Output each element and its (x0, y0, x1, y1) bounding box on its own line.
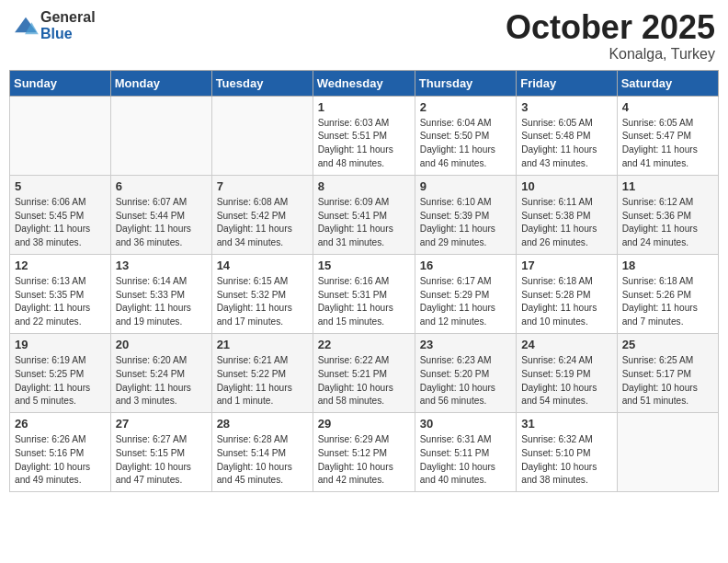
day-number: 25 (622, 338, 713, 351)
day-number: 5 (15, 179, 106, 193)
day-info: Sunrise: 6:18 AM Sunset: 5:28 PM Dayligh… (521, 275, 611, 329)
calendar-week-row: 5Sunrise: 6:06 AM Sunset: 5:45 PM Daylig… (10, 175, 719, 254)
day-number: 12 (15, 259, 106, 272)
day-number: 4 (622, 100, 713, 114)
day-number: 23 (420, 338, 511, 351)
weekday-header-thursday: Thursday (415, 70, 516, 96)
calendar-day-9: 9Sunrise: 6:10 AM Sunset: 5:39 PM Daylig… (415, 175, 516, 254)
day-info: Sunrise: 6:08 AM Sunset: 5:42 PM Dayligh… (217, 196, 308, 250)
day-number: 9 (420, 179, 511, 193)
day-info: Sunrise: 6:15 AM Sunset: 5:32 PM Dayligh… (217, 275, 308, 329)
day-info: Sunrise: 6:13 AM Sunset: 5:35 PM Dayligh… (15, 275, 106, 329)
day-info: Sunrise: 6:28 AM Sunset: 5:14 PM Dayligh… (217, 433, 308, 488)
calendar-day-29: 29Sunrise: 6:29 AM Sunset: 5:12 PM Dayli… (313, 413, 415, 492)
day-number: 8 (318, 179, 410, 193)
calendar-day-7: 7Sunrise: 6:08 AM Sunset: 5:42 PM Daylig… (211, 175, 313, 254)
day-info: Sunrise: 6:05 AM Sunset: 5:48 PM Dayligh… (521, 117, 611, 171)
calendar-day-31: 31Sunrise: 6:32 AM Sunset: 5:10 PM Dayli… (517, 413, 617, 492)
day-info: Sunrise: 6:23 AM Sunset: 5:20 PM Dayligh… (420, 354, 511, 408)
day-number: 13 (116, 259, 207, 272)
calendar-day-2: 2Sunrise: 6:04 AM Sunset: 5:50 PM Daylig… (415, 96, 516, 175)
weekday-header-friday: Friday (517, 70, 617, 96)
calendar-day-6: 6Sunrise: 6:07 AM Sunset: 5:44 PM Daylig… (110, 175, 211, 254)
calendar-week-row: 1Sunrise: 6:03 AM Sunset: 5:51 PM Daylig… (10, 96, 719, 175)
calendar-day-23: 23Sunrise: 6:23 AM Sunset: 5:20 PM Dayli… (415, 333, 516, 412)
calendar-day-17: 17Sunrise: 6:18 AM Sunset: 5:28 PM Dayli… (517, 254, 617, 333)
day-number: 22 (318, 338, 410, 351)
day-info: Sunrise: 6:26 AM Sunset: 5:16 PM Dayligh… (15, 433, 106, 488)
calendar-day-4: 4Sunrise: 6:05 AM Sunset: 5:47 PM Daylig… (617, 96, 718, 175)
calendar-empty-cell (110, 96, 211, 175)
page-header: General Blue October 2025 Konalga, Turke… (9, 9, 719, 63)
day-info: Sunrise: 6:25 AM Sunset: 5:17 PM Dayligh… (622, 354, 713, 408)
weekday-header-saturday: Saturday (617, 70, 718, 96)
day-info: Sunrise: 6:07 AM Sunset: 5:44 PM Dayligh… (116, 196, 207, 250)
calendar-day-22: 22Sunrise: 6:22 AM Sunset: 5:21 PM Dayli… (313, 333, 415, 412)
day-number: 14 (217, 259, 308, 272)
day-info: Sunrise: 6:29 AM Sunset: 5:12 PM Dayligh… (318, 433, 410, 488)
day-info: Sunrise: 6:19 AM Sunset: 5:25 PM Dayligh… (15, 354, 106, 408)
calendar-day-27: 27Sunrise: 6:27 AM Sunset: 5:15 PM Dayli… (110, 413, 211, 492)
calendar-day-15: 15Sunrise: 6:16 AM Sunset: 5:31 PM Dayli… (313, 254, 415, 333)
calendar-week-row: 19Sunrise: 6:19 AM Sunset: 5:25 PM Dayli… (10, 333, 719, 412)
day-number: 30 (420, 417, 511, 431)
calendar-day-10: 10Sunrise: 6:11 AM Sunset: 5:38 PM Dayli… (517, 175, 617, 254)
calendar-day-20: 20Sunrise: 6:20 AM Sunset: 5:24 PM Dayli… (110, 333, 211, 412)
day-number: 2 (420, 100, 511, 114)
calendar-day-5: 5Sunrise: 6:06 AM Sunset: 5:45 PM Daylig… (10, 175, 111, 254)
calendar-day-26: 26Sunrise: 6:26 AM Sunset: 5:16 PM Dayli… (10, 413, 111, 492)
weekday-header-wednesday: Wednesday (313, 70, 415, 96)
weekday-header-tuesday: Tuesday (211, 70, 313, 96)
calendar-empty-cell (617, 413, 718, 492)
calendar-day-24: 24Sunrise: 6:24 AM Sunset: 5:19 PM Dayli… (517, 333, 617, 412)
day-number: 19 (15, 338, 106, 351)
weekday-header-monday: Monday (110, 70, 211, 96)
day-info: Sunrise: 6:22 AM Sunset: 5:21 PM Dayligh… (318, 354, 410, 408)
day-info: Sunrise: 6:16 AM Sunset: 5:31 PM Dayligh… (318, 275, 410, 329)
day-info: Sunrise: 6:10 AM Sunset: 5:39 PM Dayligh… (420, 196, 511, 250)
day-info: Sunrise: 6:21 AM Sunset: 5:22 PM Dayligh… (217, 354, 308, 408)
day-info: Sunrise: 6:03 AM Sunset: 5:51 PM Dayligh… (318, 117, 410, 171)
day-number: 18 (622, 259, 713, 272)
day-number: 20 (116, 338, 207, 351)
day-number: 17 (521, 259, 611, 272)
calendar-day-8: 8Sunrise: 6:09 AM Sunset: 5:41 PM Daylig… (313, 175, 415, 254)
day-info: Sunrise: 6:17 AM Sunset: 5:29 PM Dayligh… (420, 275, 511, 329)
calendar-empty-cell (211, 96, 313, 175)
day-number: 31 (521, 417, 611, 431)
calendar-day-30: 30Sunrise: 6:31 AM Sunset: 5:11 PM Dayli… (415, 413, 516, 492)
day-number: 24 (521, 338, 611, 351)
day-info: Sunrise: 6:11 AM Sunset: 5:38 PM Dayligh… (521, 196, 611, 250)
calendar-day-21: 21Sunrise: 6:21 AM Sunset: 5:22 PM Dayli… (211, 333, 313, 412)
day-info: Sunrise: 6:06 AM Sunset: 5:45 PM Dayligh… (15, 196, 106, 250)
day-info: Sunrise: 6:24 AM Sunset: 5:19 PM Dayligh… (521, 354, 611, 408)
logo: General Blue (13, 9, 96, 42)
day-number: 21 (217, 338, 308, 351)
calendar-table: SundayMondayTuesdayWednesdayThursdayFrid… (9, 70, 719, 493)
day-number: 15 (318, 259, 410, 272)
day-number: 3 (521, 100, 611, 114)
day-number: 7 (217, 179, 308, 193)
calendar-day-28: 28Sunrise: 6:28 AM Sunset: 5:14 PM Dayli… (211, 413, 313, 492)
day-number: 29 (318, 417, 410, 431)
logo-icon (13, 16, 39, 36)
day-number: 11 (622, 179, 713, 193)
day-info: Sunrise: 6:04 AM Sunset: 5:50 PM Dayligh… (420, 117, 511, 171)
title-block: October 2025 Konalga, Turkey (506, 9, 715, 63)
calendar-week-row: 26Sunrise: 6:26 AM Sunset: 5:16 PM Dayli… (10, 413, 719, 492)
weekday-header-row: SundayMondayTuesdayWednesdayThursdayFrid… (10, 70, 719, 96)
calendar-empty-cell (10, 96, 111, 175)
location: Konalga, Turkey (506, 46, 715, 63)
day-number: 26 (15, 417, 106, 431)
day-info: Sunrise: 6:32 AM Sunset: 5:10 PM Dayligh… (521, 433, 611, 488)
month-title: October 2025 (506, 9, 715, 46)
calendar-day-16: 16Sunrise: 6:17 AM Sunset: 5:29 PM Dayli… (415, 254, 516, 333)
calendar-week-row: 12Sunrise: 6:13 AM Sunset: 5:35 PM Dayli… (10, 254, 719, 333)
calendar-day-19: 19Sunrise: 6:19 AM Sunset: 5:25 PM Dayli… (10, 333, 111, 412)
day-number: 16 (420, 259, 511, 272)
day-info: Sunrise: 6:05 AM Sunset: 5:47 PM Dayligh… (622, 117, 713, 171)
day-number: 28 (217, 417, 308, 431)
calendar-day-12: 12Sunrise: 6:13 AM Sunset: 5:35 PM Dayli… (10, 254, 111, 333)
logo-blue-text: Blue (40, 26, 73, 41)
weekday-header-sunday: Sunday (10, 70, 111, 96)
